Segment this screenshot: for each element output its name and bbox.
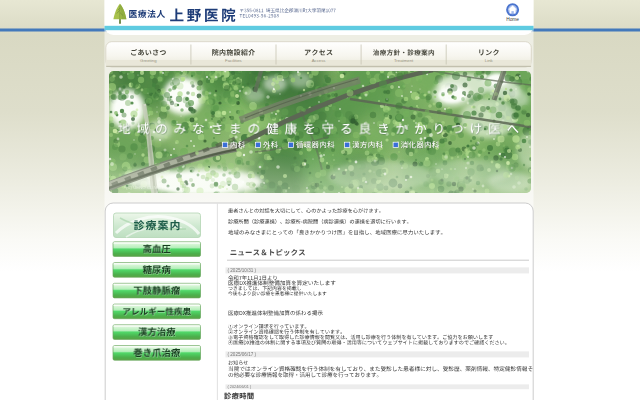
svg-text:( 2025/06/17 ): ( 2025/06/17 )	[228, 352, 257, 357]
svg-text:Access: Access	[312, 58, 326, 63]
svg-text:Facilities: Facilities	[225, 58, 242, 63]
svg-text:( 2024/06/01 ): ( 2024/06/01 )	[228, 385, 252, 389]
svg-text:Home: Home	[506, 17, 519, 22]
svg-text:Treatment: Treatment	[394, 58, 414, 63]
svg-text:Greeting: Greeting	[140, 58, 157, 63]
svg-text:Link: Link	[485, 58, 494, 63]
svg-text:( 2025/10/31 ): ( 2025/10/31 )	[228, 268, 257, 273]
svg-text:(C) UENO CLINIC Photo: (C) UENO CLINIC Photo	[126, 185, 174, 190]
